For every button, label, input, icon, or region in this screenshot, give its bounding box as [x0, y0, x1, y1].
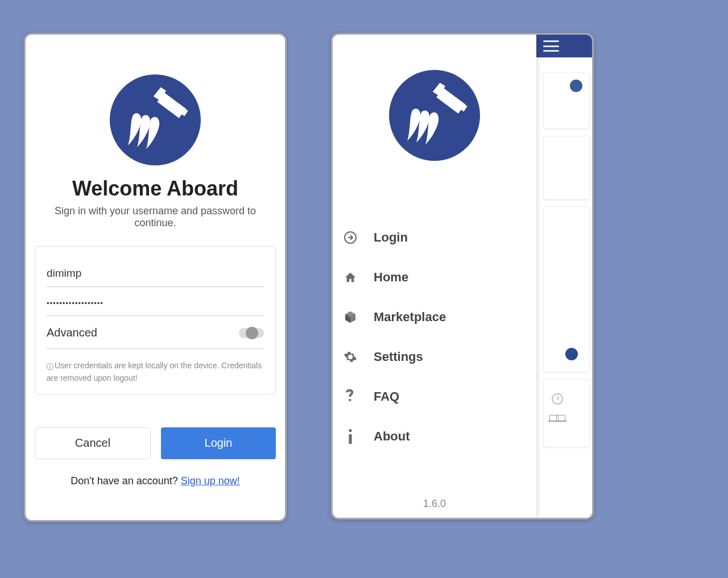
credentials-info-text: User credentials are kept locally on the… — [47, 361, 262, 382]
menu-label-login: Login — [374, 230, 408, 245]
login-arrow-icon — [343, 230, 358, 245]
top-bar — [536, 35, 592, 57]
app-logo-icon — [110, 74, 201, 165]
login-form-card: •••••••••••••••••• Advanced iUser creden… — [35, 246, 276, 394]
book-icon — [548, 421, 566, 422]
collapse-dot-icon[interactable] — [570, 80, 582, 92]
question-icon — [343, 389, 358, 404]
credentials-info: iUser credentials are kept locally on th… — [47, 359, 264, 385]
peek-card-4 — [543, 379, 590, 447]
menu-label-home: Home — [374, 270, 408, 285]
menu-label-marketplace: Marketplace — [374, 310, 446, 325]
app-logo-wrap — [35, 74, 276, 165]
signup-link[interactable]: Sign up now! — [181, 475, 240, 486]
menu-item-login[interactable]: Login — [333, 218, 536, 257]
svg-point-3 — [349, 429, 351, 432]
drawer-menu: Login Home Marketplace — [333, 218, 536, 456]
password-input[interactable]: •••••••••••••••••• — [47, 299, 104, 307]
drawer-screen: Login Home Marketplace — [331, 33, 594, 519]
cancel-button[interactable]: Cancel — [35, 427, 151, 459]
advanced-toggle[interactable] — [239, 328, 264, 338]
menu-label-settings: Settings — [374, 350, 423, 364]
menu-item-about[interactable]: About — [333, 417, 536, 456]
toggle-knob — [246, 327, 258, 339]
home-icon — [343, 270, 358, 285]
signup-row: Don't have an account? Sign up now! — [35, 475, 276, 487]
username-input[interactable] — [47, 267, 264, 280]
login-button[interactable]: Login — [161, 427, 276, 459]
peek-card-3 — [543, 206, 590, 372]
menu-item-settings[interactable]: Settings — [333, 337, 536, 377]
menu-label-about: About — [374, 429, 410, 444]
drawer-logo-wrap — [333, 70, 536, 161]
menu-item-home[interactable]: Home — [333, 257, 536, 297]
menu-item-marketplace[interactable]: Marketplace — [333, 297, 536, 337]
info-icon — [343, 429, 358, 444]
peek-card-1 — [543, 72, 590, 129]
nav-drawer: Login Home Marketplace — [333, 35, 536, 518]
username-field-wrap — [47, 258, 264, 287]
peek-card-2 — [543, 136, 590, 199]
menu-label-faq: FAQ — [374, 389, 399, 404]
password-field-wrap: •••••••••••••••••• — [47, 287, 264, 316]
cube-icon — [343, 310, 358, 325]
button-row: Cancel Login — [35, 427, 276, 459]
svg-rect-4 — [349, 434, 351, 444]
clock-icon — [552, 393, 563, 405]
fab-icon[interactable] — [565, 348, 578, 360]
signup-prompt: Don't have an account? — [71, 475, 181, 486]
gear-icon — [343, 350, 358, 364]
menu-item-faq[interactable]: FAQ — [333, 377, 536, 417]
version-label: 1.6.0 — [333, 498, 536, 510]
background-cards-peek — [536, 57, 592, 447]
welcome-title: Welcome Aboard — [35, 177, 276, 201]
welcome-subtitle: Sign in with your username and password … — [35, 205, 276, 229]
login-screen: Welcome Aboard Sign in with your usernam… — [24, 33, 287, 522]
advanced-row: Advanced — [47, 316, 264, 349]
hamburger-icon[interactable] — [543, 40, 559, 52]
advanced-label: Advanced — [47, 326, 97, 339]
background-content — [536, 35, 592, 518]
app-logo-icon — [389, 70, 480, 161]
info-circle-icon: i — [47, 363, 53, 370]
